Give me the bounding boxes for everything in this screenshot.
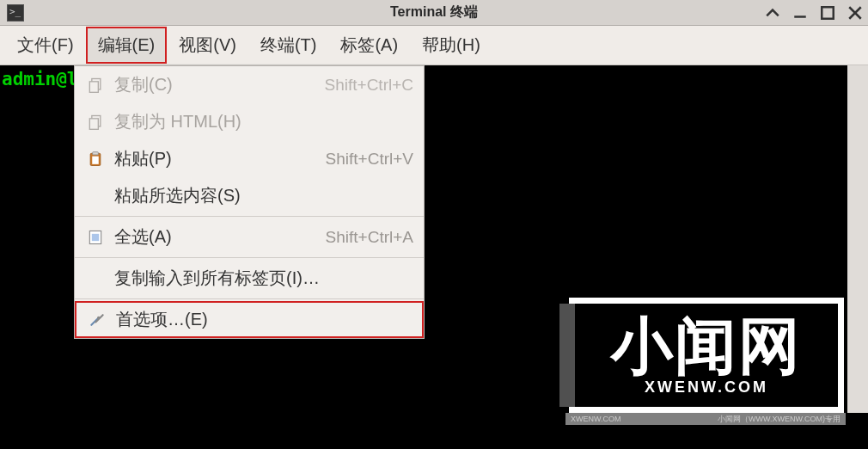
paste-icon	[85, 149, 106, 169]
svg-rect-9	[93, 151, 99, 154]
menu-item-select-all[interactable]: 全选(A) Shift+Ctrl+A	[75, 218, 424, 255]
menu-shortcut: Shift+Ctrl+A	[326, 228, 413, 247]
prompt-text: admin@l	[2, 69, 78, 89]
maximize-button[interactable]	[820, 5, 835, 21]
copy-icon	[85, 75, 106, 95]
menu-label: 复制输入到所有标签页(I)…	[114, 267, 413, 290]
svg-point-13	[97, 316, 100, 318]
watermark-side	[559, 304, 575, 407]
menu-tabs[interactable]: 标签(A)	[328, 27, 410, 64]
menu-item-copy[interactable]: 复制(C) Shift+Ctrl+C	[75, 66, 424, 103]
menu-label: 首选项…(E)	[116, 308, 412, 331]
menu-view[interactable]: 视图(V)	[167, 27, 248, 64]
scrollbar[interactable]	[847, 65, 868, 413]
separator	[75, 298, 424, 299]
separator	[75, 216, 424, 217]
separator	[75, 257, 424, 258]
menu-shortcut: Shift+Ctrl+V	[326, 150, 413, 169]
menu-shortcut: Shift+Ctrl+C	[325, 76, 413, 95]
footer-right: 小闻网（WWW.XWENW.COM)专用	[718, 414, 840, 425]
menu-file[interactable]: 文件(F)	[5, 27, 86, 64]
menubar: 文件(F) 编辑(E) 视图(V) 终端(T) 标签(A) 帮助(H)	[0, 26, 868, 65]
menu-label: 复制(C)	[114, 73, 308, 96]
footer-left: XWENW.COM	[571, 415, 621, 423]
menu-edit[interactable]: 编辑(E)	[86, 27, 168, 64]
watermark-sub: XWENW.COM	[645, 378, 768, 397]
menu-item-copy-input-to-tabs[interactable]: 复制输入到所有标签页(I)…	[75, 260, 424, 297]
copy-html-icon	[85, 112, 106, 132]
window-title: Terminal 终端	[390, 3, 478, 22]
menu-label: 粘贴所选内容(S)	[114, 184, 413, 207]
roll-up-button[interactable]	[765, 5, 780, 21]
menu-terminal[interactable]: 终端(T)	[248, 27, 329, 64]
menu-item-paste[interactable]: 粘贴(P) Shift+Ctrl+V	[75, 140, 424, 177]
close-button[interactable]	[847, 5, 863, 21]
menu-item-copy-html[interactable]: 复制为 HTML(H)	[75, 103, 424, 140]
menu-label: 全选(A)	[114, 225, 309, 249]
svg-rect-5	[89, 81, 98, 92]
titlebar: Terminal 终端	[0, 0, 868, 26]
menu-help[interactable]: 帮助(H)	[410, 27, 492, 64]
terminal-app-icon	[7, 4, 24, 22]
select-all-icon	[85, 227, 106, 248]
watermark: 小闻网 XWENW.COM	[569, 298, 844, 413]
menu-item-paste-selection[interactable]: 粘贴所选内容(S)	[75, 177, 424, 214]
edit-menu-dropdown: 复制(C) Shift+Ctrl+C 复制为 HTML(H) 粘贴(P) Shi…	[74, 65, 425, 339]
watermark-footer: XWENW.COM 小闻网（WWW.XWENW.COM)专用	[565, 413, 846, 425]
svg-rect-1	[822, 7, 834, 19]
window-controls	[765, 5, 863, 21]
svg-rect-10	[92, 156, 99, 163]
svg-rect-7	[89, 118, 98, 129]
svg-rect-12	[92, 233, 99, 240]
blank-icon	[85, 186, 106, 206]
minimize-button[interactable]	[792, 5, 808, 21]
watermark-main: 小闻网	[611, 315, 802, 377]
preferences-icon	[87, 310, 107, 330]
menu-item-preferences[interactable]: 首选项…(E)	[75, 301, 424, 338]
blank-icon	[85, 268, 106, 289]
menu-label: 复制为 HTML(H)	[114, 110, 413, 133]
menu-label: 粘贴(P)	[114, 147, 309, 170]
